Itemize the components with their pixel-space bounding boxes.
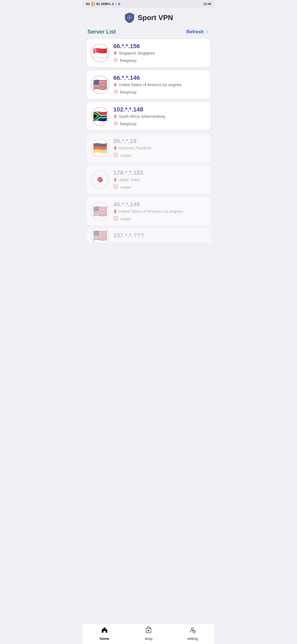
server-group: freegroup <box>113 89 206 95</box>
status-right: 11:44 <box>204 2 211 6</box>
flag-icon: 🇺🇸 <box>91 229 109 242</box>
section-header: Server List Refresh → <box>82 26 215 38</box>
svg-rect-17 <box>148 630 149 631</box>
server-ip: 45.*.*.145 <box>113 201 206 208</box>
svg-point-19 <box>191 628 194 630</box>
server-info: 102.*.*.148 South Africa Johannesburg fr… <box>113 106 206 127</box>
group-badge-icon <box>113 152 118 158</box>
server-group-name: copper <box>120 153 132 158</box>
list-item[interactable]: 🇸🇬 66.*.*.156 Singapore Singapore freegr… <box>86 39 211 67</box>
server-group: freegroup <box>113 121 206 127</box>
refresh-button[interactable]: Refresh → <box>186 29 210 35</box>
app-header: Sport VPN <box>82 8 215 26</box>
time-display: 11:44 <box>204 2 211 6</box>
flag-icon: 🇿🇦 <box>91 107 109 126</box>
list-item[interactable]: 🇩🇪 95.*.*.19 Germany Frankfurt copper <box>86 134 211 162</box>
server-location: United States of America Los angeles <box>113 209 206 215</box>
svg-point-13 <box>115 211 116 212</box>
server-list: 🇸🇬 66.*.*.156 Singapore Singapore freegr… <box>82 38 215 644</box>
section-title: Server List <box>87 29 116 35</box>
flag-icon: 🇩🇪 <box>91 139 109 157</box>
flag-icon: 🇺🇸 <box>91 202 109 221</box>
svg-point-5 <box>115 84 116 85</box>
server-location: Germany Frankfurt <box>113 146 206 151</box>
server-group: copper <box>113 216 206 222</box>
server-location-text: South Africa Johannesburg <box>119 114 165 119</box>
server-group: copper <box>113 184 206 190</box>
location-icon <box>113 114 117 120</box>
bottom-nav: home shop setting <box>82 624 215 644</box>
server-location-text: United States of America los angeles <box>119 83 182 87</box>
svg-point-7 <box>115 147 116 148</box>
location-icon <box>113 178 117 183</box>
server-location-text: Singapore Singapore <box>119 51 155 55</box>
flag-icon: 🇺🇸 <box>91 75 109 94</box>
server-group: copper <box>113 152 206 158</box>
server-group: freegroup <box>113 58 206 63</box>
list-item[interactable]: 🇯🇵 178.*.*.183 Japan Tokyo copper <box>86 165 211 194</box>
group-badge-icon <box>113 216 118 222</box>
location-icon <box>113 209 117 215</box>
shop-icon <box>145 626 152 636</box>
list-item[interactable]: 🇺🇸 45.*.*.145 United States of America L… <box>86 197 211 225</box>
shop-label: shop <box>145 637 152 641</box>
svg-point-6 <box>115 116 116 117</box>
location-icon <box>113 146 117 151</box>
server-ip: 66.*.*.146 <box>113 74 206 81</box>
list-item[interactable]: 🇺🇸 66.*.*.146 United States of America l… <box>86 70 211 99</box>
svg-line-12 <box>114 185 117 188</box>
group-badge-icon <box>113 184 118 190</box>
server-location: South Africa Johannesburg <box>113 114 206 120</box>
svg-point-4 <box>115 52 116 53</box>
app-title: Sport VPN <box>138 13 173 22</box>
server-info: 66.*.*.156 Singapore Singapore freegroup <box>113 43 206 63</box>
nav-item-setting[interactable]: setting <box>170 626 215 641</box>
group-badge-icon <box>113 121 118 127</box>
server-location: Singapore Singapore <box>113 51 206 56</box>
server-ip: 102.*.*.148 <box>113 106 206 113</box>
status-left: 4G 📶 4G 160B/s ⚠ ○ ⚠ <box>86 2 120 6</box>
setting-label: setting <box>187 637 198 641</box>
group-badge-icon <box>113 58 118 63</box>
data-speed: 4G 160B/s ⚠ ○ ⚠ <box>96 2 120 6</box>
server-group-name: copper <box>120 217 132 221</box>
wifi-icon: 📶 <box>91 2 95 6</box>
refresh-arrow-icon: → <box>205 29 210 35</box>
server-group-name: freegroup <box>120 58 136 63</box>
location-icon <box>113 51 117 56</box>
list-item[interactable]: 🇺🇸 107.*.*.??? <box>86 229 211 242</box>
svg-line-15 <box>114 217 117 220</box>
setting-icon <box>189 626 196 636</box>
server-group-name: freegroup <box>120 90 136 94</box>
home-icon <box>101 626 108 636</box>
location-icon <box>113 83 117 88</box>
server-ip: 107.*.*.??? <box>113 232 206 239</box>
server-location: Japan Tokyo <box>113 178 206 183</box>
server-info: 66.*.*.146 United States of America los … <box>113 74 206 95</box>
server-location-text: Japan Tokyo <box>119 178 140 182</box>
server-info: 45.*.*.145 United States of America Los … <box>113 201 206 222</box>
server-ip: 95.*.*.19 <box>113 138 206 145</box>
server-location-text: United States of America Los angeles <box>119 209 183 214</box>
vpn-logo-icon <box>124 12 135 23</box>
nav-item-shop[interactable]: shop <box>127 626 170 641</box>
group-badge-icon <box>113 89 118 95</box>
home-label: home <box>100 637 109 641</box>
server-location: United States of America los angeles <box>113 83 206 88</box>
flag-icon: 🇯🇵 <box>91 170 109 189</box>
status-bar: 4G 📶 4G 160B/s ⚠ ○ ⚠ 11:44 <box>82 0 215 8</box>
flag-icon: 🇸🇬 <box>91 44 109 62</box>
nav-item-home[interactable]: home <box>82 626 127 641</box>
server-group-name: copper <box>120 185 132 189</box>
signal-icon: 4G <box>86 2 90 6</box>
refresh-label: Refresh <box>186 29 204 35</box>
server-group-name: freegroup <box>120 122 136 126</box>
server-info: 95.*.*.19 Germany Frankfurt copper <box>113 138 206 158</box>
list-item[interactable]: 🇿🇦 102.*.*.148 South Africa Johannesburg… <box>86 102 211 130</box>
svg-line-9 <box>114 153 117 157</box>
server-location-text: Germany Frankfurt <box>119 146 151 150</box>
server-ip: 178.*.*.183 <box>113 169 206 176</box>
server-info: 178.*.*.183 Japan Tokyo copper <box>113 169 206 190</box>
svg-point-10 <box>115 179 116 180</box>
server-ip: 66.*.*.156 <box>113 43 206 50</box>
